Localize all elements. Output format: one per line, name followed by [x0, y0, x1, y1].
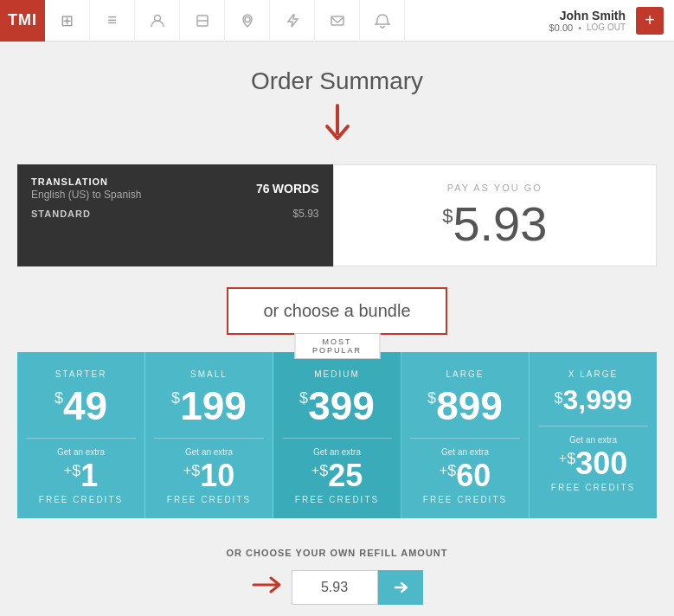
bundle-price-large: $ 899	[410, 386, 520, 426]
refill-go-button[interactable]	[378, 570, 423, 605]
tier-name: STANDARD	[31, 209, 91, 219]
nav-icon-list: ⊞ ≡	[45, 0, 539, 42]
page-content: Order Summary TRANSLATION English (US) t…	[0, 42, 674, 616]
logo[interactable]: TMI	[0, 0, 45, 42]
order-tier-row: STANDARD $5.93	[31, 208, 319, 220]
order-table: TRANSLATION English (US) to Spanish 76 W…	[17, 164, 657, 266]
tier-price: $5.93	[292, 208, 318, 220]
pay-label: PAY AS YOU GO	[447, 183, 542, 193]
most-popular-badge: MOST POPULAR	[294, 333, 380, 359]
user-menu: John Smith $0.00 • LOG OUT +	[539, 0, 674, 42]
free-label-xlarge: FREE CREDITS	[538, 483, 648, 492]
refill-arrow-icon	[252, 574, 283, 600]
extra-label-xlarge: Get an extra	[538, 435, 648, 445]
choose-bundle-button[interactable]: or choose a bundle	[227, 287, 446, 335]
service-name: TRANSLATION	[31, 176, 141, 187]
pay-amount-value: 5.93	[453, 200, 547, 248]
pay-amount: $ 5.93	[442, 200, 547, 248]
credits-starter: + $ 1	[26, 460, 136, 491]
top-navigation: TMI ⊞ ≡ John Smith $0.00 • LOG OUT	[0, 0, 674, 42]
free-label-small: FREE CREDITS	[154, 495, 264, 504]
user-icon[interactable]	[135, 0, 180, 42]
refill-section: or CHOOSE YOUR OWN REFILL AMOUNT For amo…	[17, 539, 657, 616]
refill-label: or CHOOSE YOUR OWN REFILL AMOUNT	[226, 548, 447, 558]
free-label-starter: FREE CREDITS	[26, 495, 136, 504]
mail-icon[interactable]	[315, 0, 360, 42]
svg-point-3	[245, 16, 250, 22]
bundle-card-xlarge[interactable]: X LARGE $ 3,999 Get an extra + $ 300 FRE…	[530, 352, 657, 518]
list-icon[interactable]: ≡	[90, 0, 135, 42]
page-title: Order Summary	[251, 67, 423, 95]
location-icon[interactable]	[225, 0, 270, 42]
bell-icon[interactable]	[360, 0, 405, 42]
bundle-label-starter: STARTER	[26, 369, 136, 379]
grid-icon[interactable]: ⊞	[45, 0, 90, 42]
free-label-large: FREE CREDITS	[410, 495, 520, 504]
bundle-price-medium: $ 399	[282, 386, 392, 426]
layers-icon[interactable]	[180, 0, 225, 42]
bundle-label-small: SMALL	[154, 369, 264, 379]
credits-small: + $ 10	[154, 460, 264, 491]
bolt-icon[interactable]	[270, 0, 315, 42]
dollar-sign: $	[442, 205, 453, 228]
refill-amount-input[interactable]	[292, 570, 378, 605]
bundle-card-starter[interactable]: STARTER $ 49 Get an extra + $ 1 FREE CRE…	[17, 352, 145, 518]
bundle-card-small[interactable]: SMALL $ 199 Get an extra + $ 10 FREE CRE…	[145, 352, 273, 518]
bundle-label-xlarge: X LARGE	[538, 369, 648, 379]
bundle-label-large: LARGE	[410, 369, 520, 379]
logout-button[interactable]: LOG OUT	[587, 22, 626, 32]
add-funds-button[interactable]: +	[636, 7, 664, 35]
extra-label-large: Get an extra	[410, 447, 520, 457]
svg-rect-4	[331, 16, 343, 25]
service-detail: English (US) to Spanish	[31, 189, 141, 201]
order-details: TRANSLATION English (US) to Spanish 76 W…	[17, 164, 333, 266]
bundle-label-medium: MEDIUM	[282, 369, 392, 379]
bundle-card-large[interactable]: LARGE $ 899 Get an extra + $ 60 FREE CRE…	[401, 352, 530, 518]
extra-label-starter: Get an extra	[26, 447, 136, 457]
credits-medium: + $ 25	[282, 460, 392, 491]
user-name: John Smith	[549, 9, 626, 22]
extra-label-medium: Get an extra	[282, 447, 392, 457]
extra-label-small: Get an extra	[154, 447, 264, 457]
refill-input-row	[252, 570, 423, 605]
user-balance: $0.00	[549, 22, 574, 33]
bundle-card-medium[interactable]: MOST POPULAR MEDIUM $ 399 Get an extra +…	[273, 352, 401, 518]
down-arrow-icon	[322, 104, 353, 147]
order-service-row: TRANSLATION English (US) to Spanish 76 W…	[31, 176, 319, 201]
user-info: John Smith $0.00 • LOG OUT	[549, 9, 626, 33]
bundle-price-xlarge: $ 3,999	[538, 386, 648, 414]
bundle-price-starter: $ 49	[26, 386, 136, 426]
user-meta: $0.00 • LOG OUT	[549, 22, 626, 33]
word-count: 76 WORDS	[256, 182, 319, 196]
bundle-cards: STARTER $ 49 Get an extra + $ 1 FREE CRE…	[17, 352, 657, 518]
order-total: PAY AS YOU GO $ 5.93	[333, 164, 658, 266]
free-label-medium: FREE CREDITS	[282, 495, 392, 504]
credits-xlarge: + $ 300	[538, 448, 648, 479]
bundle-button-area: or choose a bundle	[17, 287, 657, 335]
credits-large: + $ 60	[410, 460, 520, 491]
page-title-area: Order Summary	[17, 67, 657, 147]
bundle-price-small: $ 199	[154, 386, 264, 426]
